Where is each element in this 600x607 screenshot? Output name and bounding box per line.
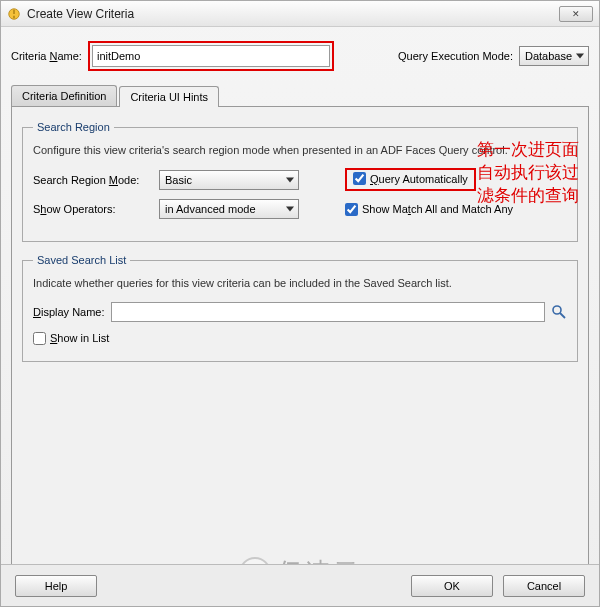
saved-search-fieldset: Saved Search List Indicate whether queri… [22,254,578,361]
search-region-legend: Search Region [33,121,114,133]
button-bar: Help OK Cancel [1,564,599,606]
criteria-name-label: Criteria Name: [11,50,82,62]
svg-rect-1 [13,9,15,13]
show-match-input[interactable] [345,203,358,216]
close-icon: ✕ [572,9,580,19]
red-annotation: 第一次进页面自动执行该过滤条件的查询 [477,139,595,208]
lookup-icon[interactable] [551,304,567,320]
svg-point-3 [553,306,561,314]
show-operators-label: Show Operators: [33,203,151,215]
close-button[interactable]: ✕ [559,6,593,22]
query-auto-input[interactable] [353,172,366,185]
svg-line-4 [560,313,565,318]
criteria-name-highlight [88,41,334,71]
query-mode-label: Query Execution Mode: [398,50,513,62]
saved-search-desc: Indicate whether queries for this view c… [33,276,567,291]
display-name-label: Display Name: [33,306,105,318]
show-in-list-label: Show in List [50,332,109,344]
search-region-mode-label: Search Region Mode: [33,174,151,186]
query-auto-highlight: Query Automatically [345,168,476,191]
display-name-row: Display Name: [33,302,567,322]
query-auto-checkbox[interactable]: Query Automatically [353,172,468,185]
svg-rect-2 [13,15,15,18]
query-mode-value: Database [525,50,572,62]
top-row: Criteria Name: Query Execution Mode: Dat… [11,41,589,71]
dialog-content: Criteria Name: Query Execution Mode: Dat… [1,27,599,567]
titlebar: Create View Criteria ✕ [1,1,599,27]
criteria-name-input[interactable] [92,45,330,67]
app-icon [7,7,21,21]
cancel-button[interactable]: Cancel [503,575,585,597]
search-region-mode-value: Basic [165,174,192,186]
saved-search-legend: Saved Search List [33,254,130,266]
ok-button[interactable]: OK [411,575,493,597]
show-in-list-checkbox[interactable]: Show in List [33,332,109,345]
show-operators-value: in Advanced mode [165,203,256,215]
tab-criteria-definition[interactable]: Criteria Definition [11,85,117,106]
tab-criteria-ui-hints[interactable]: Criteria UI Hints [119,86,219,107]
show-in-list-input[interactable] [33,332,46,345]
dialog-window: Create View Criteria ✕ Criteria Name: Qu… [0,0,600,607]
query-auto-label: Query Automatically [370,173,468,185]
search-region-mode-select[interactable]: Basic [159,170,299,190]
display-name-input[interactable] [111,302,545,322]
query-mode-select[interactable]: Database [519,46,589,66]
show-operators-select[interactable]: in Advanced mode [159,199,299,219]
window-title: Create View Criteria [27,7,559,21]
help-button[interactable]: Help [15,575,97,597]
tab-bar: Criteria Definition Criteria UI Hints [11,85,589,107]
